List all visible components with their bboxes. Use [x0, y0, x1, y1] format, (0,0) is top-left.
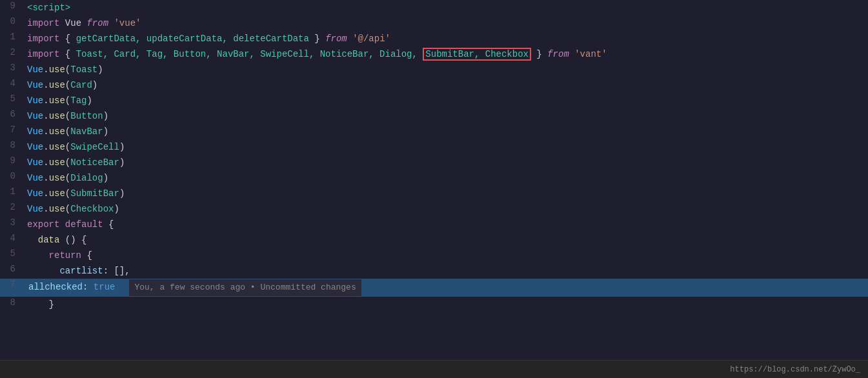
line-number: 9	[0, 1, 23, 11]
line-content: Vue.use(Toast)	[23, 63, 868, 77]
code-line: 8 Vue.use(SwipeCell)	[0, 139, 868, 155]
line-content: Vue.use(Button)	[23, 109, 868, 123]
status-bar: https://blog.csdn.net/ZywOo_	[0, 360, 868, 378]
line-content: Vue.use(Tag)	[23, 94, 868, 108]
line-number: 6	[0, 264, 23, 274]
line-content: Vue.use(Dialog)	[23, 171, 868, 185]
line-number: 3	[0, 63, 23, 73]
line-number: 5	[0, 248, 23, 259]
status-url: https://blog.csdn.net/ZywOo_	[730, 365, 860, 374]
code-line: 0 import Vue from 'vue'	[0, 15, 868, 31]
code-line: 6 Vue.use(Button)	[0, 108, 868, 124]
line-number: 7	[0, 279, 23, 290]
line-number: 0	[0, 16, 23, 26]
line-content: }	[23, 297, 868, 312]
line-number: 7	[0, 124, 23, 135]
code-line: 5 return {	[0, 248, 868, 263]
line-number: 2	[0, 202, 23, 212]
line-number: 6	[0, 109, 23, 119]
code-line: 1 import { getCartData, updateCartData, …	[0, 31, 868, 46]
line-content: cartlist: [],	[23, 264, 868, 278]
git-blame: You, a few seconds ago • Uncommitted cha…	[129, 279, 361, 296]
line-number: 2	[0, 47, 23, 57]
code-line: 2 Vue.use(Checkbox)	[0, 201, 868, 217]
line-content: return {	[23, 248, 868, 263]
code-line: 9 <script>	[0, 0, 868, 15]
line-content: Vue.use(SubmitBar)	[23, 186, 868, 201]
line-content: export default {	[23, 217, 868, 232]
code-line: 6 cartlist: [],	[0, 263, 868, 279]
line-number: 4	[0, 233, 23, 243]
line-content: Vue.use(NoticeBar)	[23, 155, 868, 170]
line-number: 8	[0, 297, 23, 308]
line-content: import { Toast, Card, Tag, Button, NavBa…	[23, 47, 868, 61]
code-line: 3 Vue.use(Toast)	[0, 62, 868, 77]
code-line-selected: 7 allchecked: trueYou, a few seconds ago…	[0, 279, 868, 297]
code-line: 2 import { Toast, Card, Tag, Button, Nav…	[0, 46, 868, 62]
line-number: 1	[0, 32, 23, 42]
code-line: 0 Vue.use(Dialog)	[0, 170, 868, 186]
line-content: import { getCartData, updateCartData, de…	[23, 32, 868, 46]
code-line: 7 Vue.use(NavBar)	[0, 124, 868, 139]
code-editor: 9 <script> 0 import Vue from 'vue' 1 imp…	[0, 0, 868, 378]
code-line: 9 Vue.use(NoticeBar)	[0, 155, 868, 170]
line-content: allchecked: trueYou, a few seconds ago •…	[23, 279, 868, 296]
line-content: <script>	[23, 1, 868, 15]
line-number: 9	[0, 155, 23, 166]
line-number: 1	[0, 186, 23, 197]
line-content: Vue.use(Checkbox)	[23, 202, 868, 216]
code-line: 4 data () {	[0, 232, 868, 248]
line-content: import Vue from 'vue'	[23, 16, 868, 30]
line-number: 8	[0, 140, 23, 150]
line-number: 5	[0, 94, 23, 104]
code-line: 1 Vue.use(SubmitBar)	[0, 186, 868, 201]
code-area: 9 <script> 0 import Vue from 'vue' 1 imp…	[0, 0, 868, 360]
line-content: Vue.use(Card)	[23, 78, 868, 92]
line-content: data () {	[23, 233, 868, 247]
code-line: 8 }	[0, 297, 868, 312]
code-line: 4 Vue.use(Card)	[0, 77, 868, 93]
code-line: 5 Vue.use(Tag)	[0, 93, 868, 108]
line-content: Vue.use(SwipeCell)	[23, 140, 868, 154]
line-content: Vue.use(NavBar)	[23, 124, 868, 139]
line-number: 3	[0, 217, 23, 228]
line-number: 4	[0, 78, 23, 88]
code-line: 3 export default {	[0, 217, 868, 232]
line-number: 0	[0, 171, 23, 181]
